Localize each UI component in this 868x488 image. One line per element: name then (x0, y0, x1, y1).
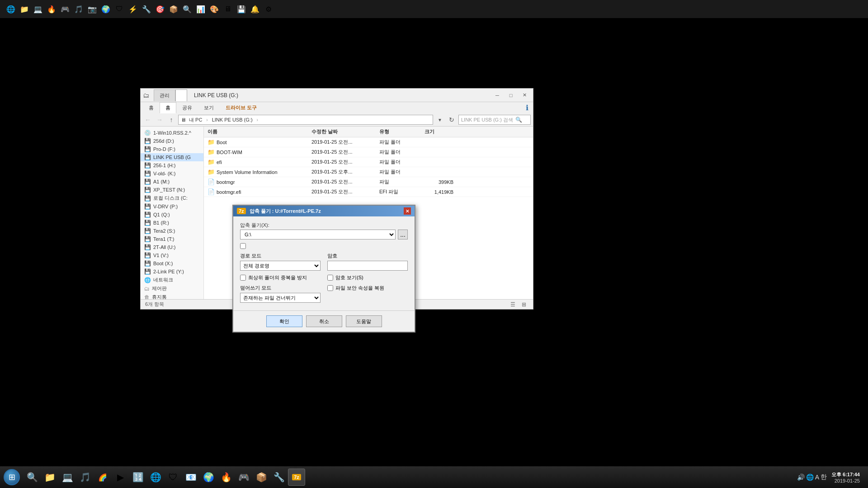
table-row[interactable]: 📁efi2019-01-25 오전...파일 폴더 (204, 157, 533, 167)
sidebar-item-xptest[interactable]: 💾 XP_TEST (N:) (141, 186, 203, 194)
sidebar-item-local[interactable]: 💾 로컬 디스크 (C: (141, 194, 203, 202)
tab-share[interactable]: 공유 (176, 102, 198, 113)
password-input[interactable] (327, 261, 408, 271)
prevent-top-label[interactable]: 최상위 폴더의 중복을 방지 (240, 274, 321, 281)
dialog-close-button[interactable]: ✕ (404, 207, 411, 215)
tray-icon-3[interactable]: A (815, 474, 819, 481)
prevent-top-checkbox[interactable] (240, 275, 246, 281)
taskbar-app-num[interactable]: 🔢 (129, 469, 146, 486)
tab-home[interactable]: 홈 (160, 102, 176, 113)
sidebar-item-256d[interactable]: 💾 256d (D:) (141, 137, 203, 145)
top-icon-17[interactable]: 🖥 (222, 3, 234, 15)
sidebar-item-2tall[interactable]: 💾 2T-All (U:) (141, 243, 203, 251)
top-icon-7[interactable]: 📷 (86, 3, 99, 15)
top-icon-5[interactable]: 🎮 (59, 3, 71, 15)
ok-button[interactable]: 확인 (266, 315, 302, 327)
path-mode-select[interactable]: 전체 경로명 (240, 261, 321, 271)
taskbar-app-media[interactable]: 🎵 (76, 469, 94, 486)
top-icon-9[interactable]: 🛡 (113, 3, 126, 15)
address-dropdown-button[interactable]: ▼ (435, 115, 445, 125)
tab-file[interactable]: 홈 (143, 102, 160, 113)
show-password-checkbox[interactable] (327, 275, 333, 281)
sidebar-item-a1[interactable]: 💾 A1 (M:) (141, 178, 203, 186)
top-icon-15[interactable]: 📊 (194, 3, 207, 15)
address-input[interactable]: 🖥 내 PC › LINK PE USB (G:) › (178, 115, 433, 125)
taskbar-app-zip[interactable]: 7z (288, 469, 305, 486)
sidebar-item-vdrv[interactable]: 💾 V-DRV (P:) (141, 202, 203, 211)
sidebar-item-tera1[interactable]: 💾 Tera1 (T:) (141, 235, 203, 243)
show-password-label[interactable]: 암호 보기(S) (327, 274, 408, 281)
table-row[interactable]: 📄bootmgr.efi2019-01-25 오전...EFI 파일1,419K… (204, 187, 533, 197)
help-icon[interactable]: ℹ (526, 103, 528, 112)
close-button[interactable]: ✕ (518, 91, 531, 100)
top-icon-11[interactable]: 🔧 (140, 3, 153, 15)
top-icon-10[interactable]: ⚡ (127, 3, 139, 15)
taskbar-app-game[interactable]: 🎮 (235, 469, 252, 486)
tray-icon-2[interactable]: 🌐 (806, 474, 814, 481)
sidebar-item-vold[interactable]: 💾 V-old- (K:) (141, 169, 203, 178)
taskbar-app-globe[interactable]: 🌍 (200, 469, 217, 486)
sidebar-item-v1[interactable]: 💾 V1 (V:) (141, 251, 203, 259)
taskbar-app-rainbow[interactable]: 🌈 (94, 469, 111, 486)
col-type-header[interactable]: 유형 (376, 127, 421, 136)
main-checkbox[interactable] (240, 243, 246, 249)
refresh-button[interactable]: ↻ (447, 115, 457, 125)
sidebar-item-tera2[interactable]: 💾 Tera2 (S:) (141, 227, 203, 235)
taskbar-app-play[interactable]: ▶ (112, 469, 129, 486)
tab-drive-tools[interactable]: 드라이브 도구 (220, 102, 263, 113)
path-part-pc[interactable]: 내 PC (187, 116, 204, 124)
sidebar-item-linkpe[interactable]: 💾 LINK PE USB (G (141, 153, 203, 161)
taskbar-app-fire[interactable]: 🔥 (217, 469, 235, 486)
top-icon-20[interactable]: ⚙ (262, 3, 275, 15)
col-size-header[interactable]: 크기 (421, 127, 457, 136)
view-details-button[interactable]: ☰ (508, 300, 517, 309)
path-part-drive[interactable]: LINK PE USB (G:) (210, 117, 255, 123)
taskbar-app-mail[interactable]: 📧 (182, 469, 199, 486)
table-row[interactable]: 📁BOOT-WIM2019-01-25 오전...파일 폴더 (204, 147, 533, 157)
sidebar-item-network[interactable]: 🌐 네트워크 (141, 276, 203, 284)
sidebar-item-256-1[interactable]: 💾 256-1 (H:) (141, 161, 203, 169)
tab-manage[interactable]: 관리 (154, 89, 175, 101)
sidebar-item-boot[interactable]: 💾 Boot (X:) (141, 259, 203, 267)
back-button[interactable]: ← (143, 115, 153, 125)
top-icon-8[interactable]: 🌍 (99, 3, 112, 15)
sidebar-item-control[interactable]: 🗂 제어판 (141, 284, 203, 293)
restore-security-label[interactable]: 파일 보안 속성을 복원 (327, 285, 408, 291)
table-row[interactable]: 📁Boot2019-01-25 오전...파일 폴더 (204, 137, 533, 147)
table-row[interactable]: 📄bootmgr2019-01-25 오전...파일399KB (204, 177, 533, 187)
view-large-icons-button[interactable]: ⊞ (519, 300, 528, 309)
forward-button[interactable]: → (155, 115, 165, 125)
tab-view[interactable]: 보기 (198, 102, 220, 113)
sidebar-item-trash[interactable]: 🗑 휴지통 (141, 293, 203, 299)
sidebar-item-prod[interactable]: 💾 Pro-D (F:) (141, 145, 203, 153)
taskbar-app-search[interactable]: 🔍 (24, 469, 41, 486)
top-icon-16[interactable]: 🎨 (208, 3, 221, 15)
taskbar-app-shield[interactable]: 🛡 (165, 469, 182, 486)
sidebar-item-win10[interactable]: 💿 1-Win10.RSS.2.^ (141, 129, 203, 137)
tray-icon-1[interactable]: 🔊 (797, 474, 805, 481)
system-clock[interactable]: 오후 6:17:44 2019-01-25 (829, 471, 862, 483)
extract-to-input[interactable]: G:\ (240, 230, 396, 239)
table-row[interactable]: 📁System Volume Information2019-01-25 오후.… (204, 167, 533, 177)
start-button[interactable]: ⊞ (2, 468, 21, 487)
top-icon-3[interactable]: 💻 (32, 3, 44, 15)
cancel-button[interactable]: 취소 (306, 315, 342, 327)
checkbox-label[interactable] (240, 243, 408, 249)
taskbar-app-tool[interactable]: 🔧 (270, 469, 288, 486)
sidebar-item-2linkpe[interactable]: 💾 2-Link PE (Y:) (141, 267, 203, 276)
overwrite-select[interactable]: 존재하는 파일 건너뛰기 (240, 293, 321, 303)
top-icon-1[interactable]: 🌐 (5, 3, 17, 15)
col-date-header[interactable]: 수정한 날짜 (308, 127, 376, 136)
taskbar-app-browser[interactable]: 💻 (59, 469, 76, 486)
sidebar-item-b1[interactable]: 💾 B1 (R:) (141, 219, 203, 227)
restore-security-checkbox[interactable] (327, 285, 333, 291)
top-icon-13[interactable]: 📦 (167, 3, 180, 15)
help-button[interactable]: 도움말 (346, 315, 382, 327)
top-icon-4[interactable]: 🔥 (45, 3, 58, 15)
search-box[interactable]: LINK PE USB (G:) 검색 🔍 (458, 115, 531, 125)
top-icon-6[interactable]: 🎵 (72, 3, 85, 15)
up-button[interactable]: ↑ (166, 115, 176, 125)
taskbar-app-net[interactable]: 🌐 (147, 469, 164, 486)
top-icon-2[interactable]: 📁 (18, 3, 31, 15)
top-icon-18[interactable]: 💾 (235, 3, 248, 15)
